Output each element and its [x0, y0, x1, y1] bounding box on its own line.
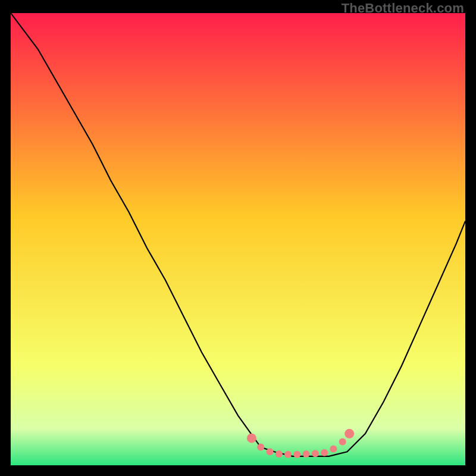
- chart-frame: TheBottleneck.com: [0, 0, 476, 476]
- highlight-dot: [293, 451, 300, 458]
- highlight-dot: [321, 449, 328, 456]
- highlight-dot: [284, 451, 292, 458]
- highlight-dot: [267, 448, 274, 455]
- plot-area: [11, 13, 465, 465]
- highlight-dot: [275, 450, 283, 458]
- highlight-dot: [339, 439, 346, 446]
- chart-svg: [11, 13, 465, 465]
- highlight-dot: [247, 433, 256, 443]
- highlight-dot: [312, 450, 319, 457]
- highlight-dot: [303, 450, 310, 458]
- highlight-dot: [345, 429, 354, 439]
- highlight-dot: [330, 446, 337, 453]
- gradient-background: [11, 13, 465, 465]
- highlight-dot: [257, 444, 264, 451]
